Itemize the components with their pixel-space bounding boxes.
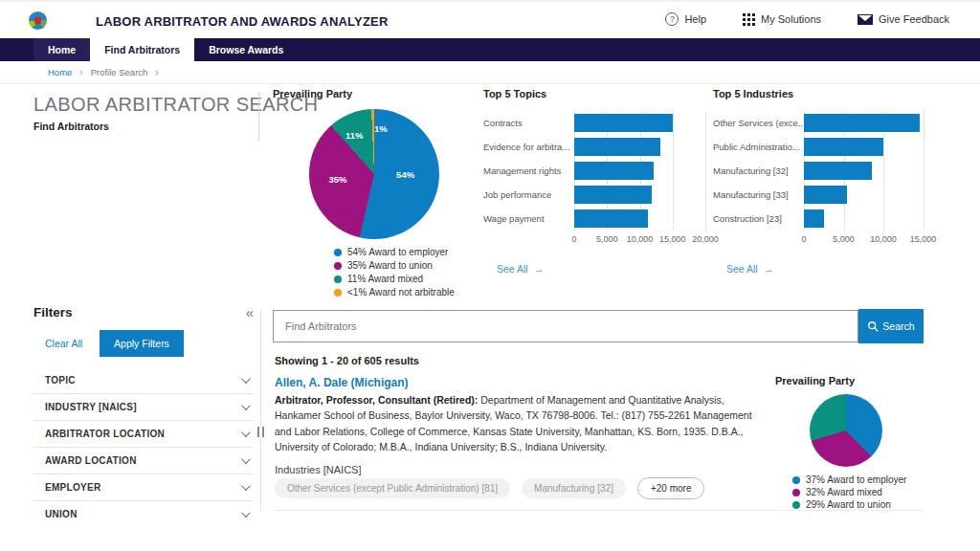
labor-arbitrator-app: LABOR ARBITRATOR AND AWARDS ANALYZER ? H… xyxy=(0,0,980,551)
axis-tick-label: 5,000 xyxy=(833,234,855,244)
my-solutions-button[interactable]: My Solutions xyxy=(743,13,821,26)
give-feedback-button[interactable]: Give Feedback xyxy=(858,13,949,25)
legend-item: 54% Award to employer xyxy=(334,247,474,257)
top-industries-chart: Top 5 Industries Other Services (exce...… xyxy=(713,88,935,276)
filter-section-industry-naics[interactable]: INDUSTRY [NAICS] xyxy=(33,393,254,420)
panel-resize-handle[interactable] xyxy=(257,427,264,437)
chevron-down-icon xyxy=(241,374,251,384)
see-all-topics-link[interactable]: See All → xyxy=(497,263,544,275)
bar-row xyxy=(574,183,705,207)
legend-dot-icon xyxy=(334,289,342,297)
collapse-panel-icon[interactable]: « xyxy=(246,304,254,320)
chart-title: Top 5 Topics xyxy=(483,88,705,99)
see-all-industries-link[interactable]: See All → xyxy=(726,263,773,275)
legend-label: 35% Award to union xyxy=(347,260,433,271)
bar-category-label: Manufacturing [32] xyxy=(713,159,804,183)
pie-chart: 54%35%11%1% xyxy=(309,109,439,239)
clear-all-link[interactable]: Clear All xyxy=(45,338,82,349)
filter-section-label: UNION xyxy=(45,509,78,519)
legend-dot-icon xyxy=(334,262,342,270)
chart-title: Top 5 Industries xyxy=(713,88,935,99)
filter-section-label: ARBITRATOR LOCATION xyxy=(45,429,165,439)
filter-section-employer[interactable]: EMPLOYER xyxy=(33,474,254,500)
chevron-right-icon: › xyxy=(155,67,158,77)
search-input[interactable] xyxy=(273,310,858,342)
results-summary: Showing 1 - 20 of 605 results xyxy=(275,355,419,366)
industry-tag[interactable]: Other Services (except Public Administra… xyxy=(275,478,510,498)
result-divider xyxy=(275,510,924,511)
envelope-icon xyxy=(858,14,873,25)
bar xyxy=(574,209,648,228)
filter-sections: TOPICINDUSTRY [NAICS]ARBITRATOR LOCATION… xyxy=(33,366,254,527)
chevron-down-icon xyxy=(241,428,251,437)
legend-item: 29% Award to union xyxy=(792,499,928,510)
filter-section-topic[interactable]: TOPIC xyxy=(33,366,254,393)
grid-icon xyxy=(743,13,755,26)
filter-section-union[interactable]: UNION xyxy=(33,500,254,527)
pie-slice-label: 54% xyxy=(396,169,414,180)
bar xyxy=(804,186,847,204)
filter-section-arbitrator-location[interactable]: ARBITRATOR LOCATION xyxy=(33,420,254,447)
grid-line xyxy=(705,111,706,231)
axis-tick-label: 10,000 xyxy=(627,234,654,244)
tab-find-arbitrators[interactable]: Find Arbitrators xyxy=(90,38,194,61)
app-title: LABOR ARBITRATOR AND AWARDS ANALYZER xyxy=(96,14,388,29)
breadcrumb-current: Profile Search xyxy=(91,67,148,77)
legend-item: <1% Award not arbitrable xyxy=(334,287,474,298)
legend-item: 37% Award to employer xyxy=(792,474,928,485)
legend-dot-icon xyxy=(792,476,800,484)
industry-tag[interactable]: Manufacturing [32] xyxy=(522,478,626,498)
filter-section-label: EMPLOYER xyxy=(45,482,101,493)
pie-legend: 54% Award to employer35% Award to union1… xyxy=(334,247,474,298)
axis-tick-label: 15,000 xyxy=(910,234,937,244)
bar xyxy=(574,162,654,180)
bar-row xyxy=(574,159,705,183)
app-logo-icon xyxy=(29,11,47,30)
arbitrator-role: Arbitrator, Professor, Consultant (Retir… xyxy=(275,394,478,406)
more-tags-button[interactable]: +20 more xyxy=(637,477,705,499)
legend-label: <1% Award not arbitrable xyxy=(347,287,455,298)
result-prevailing-party-chart: Prevailing Party 37% Award to employer32… xyxy=(775,375,928,510)
pie-slice-label: 35% xyxy=(328,174,346,185)
bar xyxy=(574,114,673,132)
bar-chart: Other Services (exce...Public Administra… xyxy=(713,111,935,248)
bar xyxy=(574,138,660,156)
breadcrumb-home-link[interactable]: Home xyxy=(48,67,72,77)
chevron-down-icon xyxy=(241,481,251,491)
legend-dot-icon xyxy=(334,276,342,283)
page-heading: LABOR ARBITRATOR SEARCH Find Arbitrators xyxy=(33,94,256,132)
help-icon: ? xyxy=(665,12,679,26)
page-subtitle: Find Arbitrators xyxy=(33,121,256,132)
search-button[interactable]: Search xyxy=(858,309,924,343)
filters-title: Filters xyxy=(33,305,73,320)
filter-section-award-location[interactable]: AWARD LOCATION xyxy=(33,447,254,474)
arrow-right-icon: → xyxy=(764,263,774,275)
help-button[interactable]: ? Help xyxy=(665,12,706,26)
legend-dot-icon xyxy=(792,501,800,509)
bar-category-label: Contracts xyxy=(483,111,574,135)
legend-label: 32% Award mixed xyxy=(806,487,882,497)
bar-category-label: Wage payment xyxy=(483,207,574,231)
bar xyxy=(804,114,920,132)
apply-filters-button[interactable]: Apply Filters xyxy=(100,330,184,357)
axis-tick-label: 10,000 xyxy=(870,234,897,244)
bar-row xyxy=(804,183,935,207)
bar-category-label: Manufacturing [33] xyxy=(713,183,804,207)
bar xyxy=(804,162,872,180)
vertical-divider xyxy=(258,92,259,142)
legend-label: 54% Award to employer xyxy=(347,247,448,257)
bar-row xyxy=(804,159,935,183)
legend-item: 11% Award mixed xyxy=(334,274,474,284)
pie-chart xyxy=(810,394,882,467)
legend-dot-icon xyxy=(334,249,342,256)
arbitrator-description: Arbitrator, Professor, Consultant (Retir… xyxy=(275,392,761,454)
industries-label: Industries [NAICS] xyxy=(275,464,361,475)
filter-section-label: AWARD LOCATION xyxy=(45,455,137,466)
arbitrator-name-link[interactable]: Allen, A. Dale (Michigan) xyxy=(275,376,409,389)
tab-browse-awards[interactable]: Browse Awards xyxy=(194,38,298,61)
legend-label: 11% Award mixed xyxy=(347,274,423,284)
tab-home[interactable]: Home xyxy=(33,38,90,61)
bar-category-label: Public Administratio... xyxy=(713,135,804,159)
bar xyxy=(804,209,824,228)
chart-title: Prevailing Party xyxy=(775,375,928,386)
